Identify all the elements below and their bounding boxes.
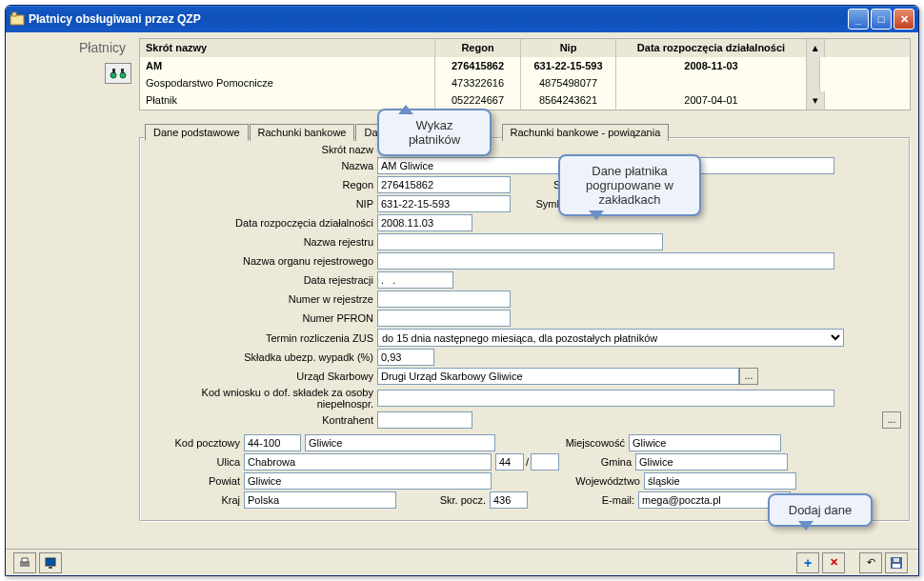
svg-rect-1	[12, 12, 16, 16]
input-skr-pocz[interactable]	[490, 491, 528, 509]
statusbar: + ✕ ↶	[6, 549, 918, 575]
input-data-rej[interactable]	[377, 271, 453, 289]
input-kod-wn[interactable]	[377, 390, 834, 407]
app-window: Płatnicy obsługiwani przez QZP _ □ ✕ Pła…	[5, 5, 919, 576]
label-nazwa-rej: Nazwa rejestru	[149, 236, 377, 248]
label-woj: Województwo	[492, 475, 644, 487]
main-area: Skrót nazwy Regon Nip Data rozpoczęcia d…	[139, 32, 918, 549]
col-header-data[interactable]: Data rozpoczęcia działalności	[616, 39, 807, 57]
tab-rachunki-bankowe[interactable]: Rachunki bankowe	[250, 124, 355, 141]
label-skrot: Skrót nazw	[149, 144, 377, 155]
svg-rect-8	[46, 558, 55, 566]
input-nazwa-org[interactable]	[377, 252, 834, 270]
input-powiat[interactable]	[244, 472, 492, 490]
label-numer-pfron: Numer PFRON	[149, 312, 377, 324]
input-regon[interactable]	[377, 176, 511, 193]
undo-button[interactable]: ↶	[859, 552, 882, 573]
input-urzad-sk[interactable]	[377, 368, 739, 385]
label-data-rej: Data rejestracji	[149, 274, 377, 286]
lookup-urzad-button[interactable]: ...	[739, 368, 758, 385]
maximize-button[interactable]: □	[871, 9, 892, 30]
label-numer-rej: Numer w rejestrze	[149, 293, 377, 305]
label-kod-wn: Kod wniosku o dof. składek za osoby niep…	[149, 387, 377, 410]
input-kontrahent[interactable]	[377, 411, 472, 429]
binoculars-icon[interactable]	[105, 63, 131, 84]
label-skladka: Składka ubezp. wypadk (%)	[149, 351, 377, 363]
label-skr-pocz: Skr. pocz.	[396, 494, 490, 506]
lookup-kontrahent-button[interactable]: ...	[882, 411, 901, 429]
add-button[interactable]: +	[796, 552, 819, 573]
sidebar-title: Płatnicy	[13, 40, 131, 55]
callout-wykaz: Wykaz płatników	[377, 109, 492, 156]
callout-dane-platnika: Dane płatnika pogrupowane w zakładkach	[558, 154, 701, 216]
tab-rachunki-powiazania[interactable]: Rachunki bankowe - powiązania	[502, 124, 670, 141]
label-nip: NIP	[149, 198, 377, 210]
col-header-regon[interactable]: Regon	[435, 39, 521, 57]
input-ulica-nr2[interactable]	[531, 453, 559, 471]
svg-rect-7	[22, 558, 28, 562]
input-numer-pfron[interactable]	[377, 310, 511, 327]
svg-rect-5	[121, 69, 124, 73]
save-button[interactable]	[885, 552, 908, 573]
svg-rect-4	[112, 69, 115, 73]
col-header-nip[interactable]: Nip	[521, 39, 616, 57]
label-regon: Regon	[149, 179, 377, 190]
monitor-button[interactable]	[39, 552, 62, 573]
titlebar: Płatnicy obsługiwani przez QZP _ □ ✕	[6, 6, 918, 32]
payers-grid[interactable]: Skrót nazwy Regon Nip Data rozpoczęcia d…	[139, 38, 911, 110]
print-button[interactable]	[13, 552, 36, 573]
label-powiat: Powiat	[149, 475, 244, 487]
input-ulica[interactable]	[244, 453, 492, 471]
grid-row[interactable]: Gospodarstwo Pomocnicze 473322616 487549…	[140, 74, 910, 91]
sidebar: Płatnicy	[6, 32, 139, 549]
input-numer-rej[interactable]	[377, 290, 511, 308]
input-woj[interactable]	[644, 472, 796, 490]
grid-header: Skrót nazwy Regon Nip Data rozpoczęcia d…	[140, 39, 910, 57]
grid-row[interactable]: AM 276415862 631-22-15-593 2008-11-03	[140, 57, 910, 74]
label-email: E-mail:	[528, 494, 638, 506]
close-button[interactable]: ✕	[894, 9, 914, 30]
input-nip[interactable]	[377, 195, 511, 212]
callout-dodaj: Dodaj dane	[768, 493, 873, 527]
detail-tabbox: Dane podstawowe Rachunki bankowe Da Rach…	[139, 137, 911, 522]
label-kontrahent: Kontrahent	[149, 414, 377, 426]
input-kod-poczt[interactable]	[244, 434, 301, 451]
label-gmina: Gmina	[559, 456, 635, 468]
window-title: Płatnicy obsługiwani przez QZP	[29, 12, 846, 26]
label-termin-zus: Termin rozliczenia ZUS	[149, 332, 377, 344]
label-miejsc: Miejscowość	[495, 437, 629, 449]
delete-button[interactable]: ✕	[822, 552, 845, 573]
svg-rect-11	[893, 564, 900, 568]
input-ulica-nr[interactable]	[495, 453, 524, 471]
label-ulica: Ulica	[149, 456, 244, 468]
input-skladka[interactable]	[377, 349, 434, 366]
col-header-skrot[interactable]: Skrót nazwy	[140, 39, 435, 57]
input-nazwa-rej[interactable]	[377, 233, 663, 250]
grid-scroll-down[interactable]: ▾	[807, 91, 825, 110]
grid-scroll-up[interactable]: ▴	[807, 39, 825, 57]
app-icon	[10, 11, 25, 27]
svg-rect-9	[49, 567, 52, 569]
input-kod-poczt-city[interactable]	[305, 434, 495, 451]
tabs: Dane podstawowe Rachunki bankowe Da Rach…	[145, 123, 909, 140]
input-gmina[interactable]	[635, 453, 788, 471]
grid-row[interactable]: Płatnik 052224667 8564243621 2007-04-01 …	[140, 91, 910, 110]
tab-dane-podstawowe[interactable]: Dane podstawowe	[145, 124, 249, 141]
input-kraj[interactable]	[244, 491, 396, 509]
label-kod-poczt: Kod pocztowy	[149, 437, 244, 449]
svg-rect-12	[894, 558, 899, 562]
label-nazwa-org: Nazwa organu rejestrowego	[149, 255, 377, 267]
minimize-button[interactable]: _	[848, 9, 869, 30]
input-miejsc[interactable]	[629, 434, 781, 451]
form: Skrót nazw Nazwa Regon Sprzeda NIP	[141, 140, 909, 514]
label-urzad-sk: Urząd Skarbowy	[149, 371, 377, 382]
select-termin-zus[interactable]: do 15 dnia następnego miesiąca, dla pozo…	[377, 329, 844, 347]
label-kraj: Kraj	[149, 494, 244, 506]
label-data-rozp: Data rozpoczęcia działalności	[149, 217, 377, 229]
input-data-rozp[interactable]	[377, 214, 472, 231]
label-nazwa: Nazwa	[149, 160, 377, 171]
